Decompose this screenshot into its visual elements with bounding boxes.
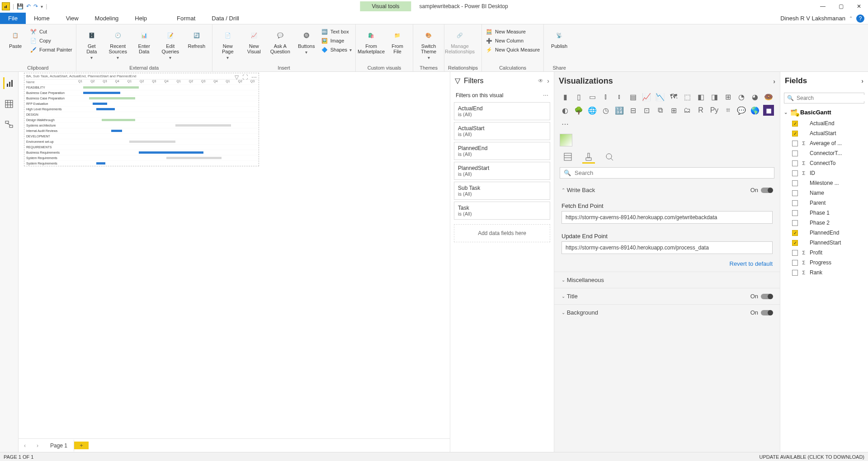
help-icon[interactable]: ? [856,14,864,23]
collapse-viz-icon[interactable]: › [773,78,775,85]
model-view-icon[interactable] [3,119,15,131]
viz-type-icon[interactable]: ◐ [560,105,571,116]
viz-type-icon[interactable]: ◔ [736,91,747,102]
gantt-visual[interactable]: BA, Sub Task, ActualStart, ActualEnd, Pl… [24,73,259,166]
get-data-button[interactable]: 🗄️Get Data▾ [80,26,104,64]
tab-view[interactable]: View [58,13,87,24]
section-title[interactable]: ⌄ TitleOn [554,288,780,304]
gantt-row[interactable]: Business Requirements [24,150,259,155]
viz-type-icon[interactable]: ▭ [587,91,598,102]
fields-well-tab[interactable] [561,151,574,164]
section-writeback[interactable]: ⌃ Write Back On [554,182,780,198]
user-chevron-icon[interactable]: ⌃ [849,16,853,21]
tab-home[interactable]: Home [26,13,58,24]
gantt-row[interactable]: System Requirements [24,155,259,160]
field-checkbox[interactable] [792,160,798,166]
filters-drop-zone[interactable]: Add data fields here [454,224,550,242]
viz-type-icon[interactable]: 🍩 [763,91,774,102]
viz-type-icon[interactable]: ▯ [573,91,584,102]
gantt-row[interactable]: Systems architecture [24,122,259,128]
title-toggle[interactable] [761,294,773,299]
gantt-bar[interactable] [139,151,203,154]
report-view-icon[interactable] [3,77,15,89]
gantt-row[interactable]: Business Case Preparation [24,95,259,101]
gantt-bar[interactable] [96,162,105,165]
viz-type-icon[interactable]: ⋯ [560,118,571,129]
format-tab[interactable] [582,151,595,164]
viz-type-icon[interactable]: ⊡ [641,105,652,116]
viz-type-icon[interactable]: ⊟ [627,105,638,116]
gantt-bar[interactable] [166,157,222,159]
gantt-row[interactable]: FEASIBILITY [24,85,259,90]
eye-icon[interactable]: 👁 [538,78,543,84]
text-box-button[interactable]: 🔤Text box [321,28,352,35]
field-item[interactable]: Phase 2 [780,218,868,228]
field-item[interactable]: ✓ActualEnd [780,118,868,128]
copy-button[interactable]: 📄Copy [30,37,72,44]
viz-type-icon[interactable]: 🌐 [587,105,598,116]
gantt-bar[interactable] [102,119,135,121]
field-checkbox[interactable] [792,200,798,206]
gantt-bar[interactable] [93,103,108,105]
revert-to-default-link[interactable]: Revert to default [554,259,780,272]
fields-search[interactable]: 🔍 [784,93,864,103]
file-tab[interactable]: File [0,13,26,24]
field-checkbox[interactable]: ✓ [792,131,798,136]
gantt-bar[interactable] [129,141,175,143]
field-item[interactable]: Parent [780,198,868,208]
viz-type-icon[interactable]: 🌎 [750,105,760,116]
viz-type-icon[interactable]: ◨ [709,91,720,102]
field-checkbox[interactable] [792,270,798,276]
viz-type-icon[interactable]: ▮ [560,91,571,102]
new-quick-measure-button[interactable]: ⚡New Quick Measure [486,46,540,53]
field-item[interactable]: ΣProfit [780,248,868,258]
field-item[interactable]: Name [780,188,868,198]
maximize-button[interactable]: ▢ [832,0,850,13]
tab-format[interactable]: Format [169,13,203,24]
tab-data-drill[interactable]: Data / Drill [203,13,247,24]
user-name[interactable]: Dinesh R V Lakshmanan [780,15,845,22]
more-icon[interactable]: ⋯ [251,74,257,80]
filter-card[interactable]: ActualEndis (All) [454,102,550,120]
buttons-button[interactable]: 🔘Buttons▾ [295,26,318,64]
viz-search[interactable]: 🔍 [560,167,774,179]
image-button[interactable]: 🖼️Image [321,37,352,44]
refresh-button[interactable]: 🔄Refresh [185,26,208,64]
viz-type-icon[interactable]: ◷ [600,105,611,116]
field-checkbox[interactable] [792,170,798,176]
gantt-bar[interactable] [89,97,135,99]
filter-card[interactable]: ActualStartis (All) [454,122,550,140]
data-view-icon[interactable] [3,98,15,110]
status-update-link[interactable]: UPDATE AVAILABLE (CLICK TO DOWNLOAD) [760,454,864,460]
section-background[interactable]: ⌄ BackgroundOn [554,304,780,320]
format-painter-button[interactable]: 🖌️Format Painter [30,46,72,53]
gantt-row[interactable]: DEVELOPMENT [24,133,259,139]
viz-type-icon[interactable]: ⧉ [655,105,665,116]
tab-modeling[interactable]: Modeling [87,13,127,24]
table-basicgantt[interactable]: ⌄ 🗂️✓ BasicGantt [780,106,868,118]
field-checkbox[interactable]: ✓ [792,240,798,246]
field-item[interactable]: Milestone ... [780,178,868,188]
viz-type-icon[interactable]: ⊞ [668,105,679,116]
viz-type-icon[interactable]: 🗂 [682,105,693,116]
edit-queries-button[interactable]: 📝Edit Queries▾ [159,26,182,64]
ask-question-button[interactable]: 💬Ask A Question [269,26,292,64]
field-checkbox[interactable] [792,220,798,226]
shapes-button[interactable]: 🔷Shapes▾ [321,46,352,53]
gantt-row[interactable]: RFP Evaluation [24,101,259,106]
field-checkbox[interactable] [792,250,798,256]
viz-type-icon[interactable]: Py [709,105,720,116]
fetch-endpoint-input[interactable] [561,211,773,224]
paste-button[interactable]: 📋 Paste [4,26,27,64]
tab-help[interactable]: Help [127,13,155,24]
field-item[interactable]: ✓PlannedEnd [780,228,868,238]
close-button[interactable]: ✕ [850,0,868,13]
viz-type-icon[interactable]: 🗺 [668,91,679,102]
viz-type-icon[interactable]: 📉 [655,91,665,102]
gantt-row[interactable]: System Requirements [24,160,259,166]
field-item[interactable]: ΣRank [780,268,868,278]
manage-relationships-button[interactable]: 🔗Manage Relationships [448,26,472,64]
save-icon[interactable]: 💾 [17,3,24,9]
writeback-toggle[interactable] [761,188,773,193]
filter-card[interactable]: Taskis (All) [454,202,550,220]
